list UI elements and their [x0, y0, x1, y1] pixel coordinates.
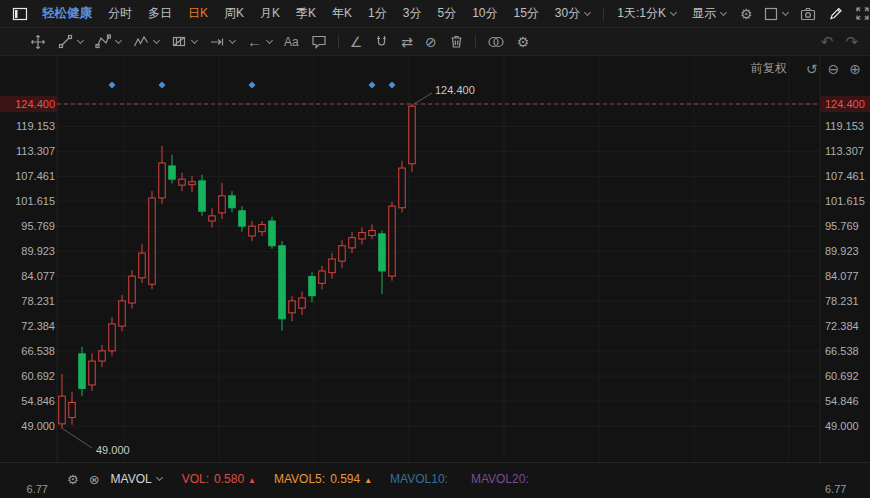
pattern-tool-icon[interactable] [165, 34, 203, 49]
tab-30分[interactable]: 30分 [547, 5, 598, 22]
measure-tool-icon[interactable] [203, 35, 241, 49]
replay-swap-icon[interactable]: ⇄ [395, 35, 419, 49]
chevron-down-icon [115, 36, 122, 43]
timeframe-tabs: 分时多日日K周K月K季K年K1分3分5分10分15分30分 [100, 5, 598, 22]
indicator-legend: ⚙ ⊗ MAVOL VOL:0.580▲MAVOL5:0.594▲MAVOL10… [0, 467, 870, 491]
magnet-tool-icon[interactable] [368, 34, 395, 49]
hide-drawings-icon[interactable]: ⊘ [419, 35, 443, 49]
price-axis-label: 60.692 [825, 368, 870, 384]
arrow-tool-icon[interactable]: ← [241, 34, 278, 49]
tab-分时[interactable]: 分时 [100, 5, 140, 22]
chevron-down-icon [266, 36, 273, 43]
price-axis-label: 113.307 [825, 143, 870, 159]
price-axis-label: 78.231 [0, 293, 55, 309]
tab-15分[interactable]: 15分 [506, 5, 547, 22]
event-marker-icon[interactable] [369, 82, 376, 89]
price-axis-label: 101.615 [0, 193, 55, 209]
high-price-annotation: 124.400 [435, 84, 475, 96]
price-axis-label: 89.923 [0, 243, 55, 259]
tab-季K[interactable]: 季K [288, 5, 324, 22]
chart-controls: 前复权 ↺ ⊖ ⊕ [751, 60, 866, 77]
tab-多日[interactable]: 多日 [140, 5, 180, 22]
zoom-out-icon[interactable]: ⊖ [823, 62, 845, 76]
settings-gear-icon[interactable]: ⚙ [734, 7, 759, 21]
zoom-in-icon[interactable]: ⊕ [844, 62, 866, 76]
drawing-settings-gear-icon[interactable]: ⚙ [511, 35, 536, 49]
comment-tool-icon[interactable] [305, 34, 333, 49]
volume-pane: ⚙ ⊗ MAVOL VOL:0.580▲MAVOL5:0.594▲MAVOL10… [0, 462, 870, 498]
price-axis-label: 66.538 [0, 343, 55, 359]
price-axis-label: 78.231 [825, 293, 870, 309]
price-axis-label: 113.307 [0, 143, 55, 159]
tab-5分[interactable]: 5分 [429, 5, 464, 22]
history-controls: ↶ ↷ [815, 34, 864, 49]
event-marker-icon[interactable] [159, 82, 166, 89]
trendline-tool-icon[interactable] [52, 34, 89, 49]
restore-view-icon[interactable]: ↺ [801, 62, 823, 76]
chevron-down-icon [191, 36, 198, 43]
display-menu[interactable]: 显示 [684, 5, 734, 22]
tab-月K[interactable]: 月K [252, 5, 288, 22]
indicator-values: VOL:0.580▲MAVOL5:0.594▲MAVOL10:MAVOL20: [164, 472, 534, 486]
indicator-item: MAVOL5:0.594▲ [274, 472, 372, 486]
candlestick-chart[interactable]: 前复权 ↺ ⊖ ⊕ 124.400 49.000 124.400124.4001… [0, 57, 870, 462]
tab-周K[interactable]: 周K [216, 5, 252, 22]
undo-icon[interactable]: ↶ [815, 34, 840, 49]
adjustment-mode-button[interactable]: 前复权 [751, 60, 787, 77]
price-axis-label: 66.538 [825, 343, 870, 359]
angle-tool-icon[interactable]: ∠ [344, 35, 369, 49]
event-marker-icon[interactable] [109, 82, 116, 89]
price-axis-label: 95.769 [0, 218, 55, 234]
chevron-down-icon [156, 474, 163, 481]
price-axis-label: 107.461 [0, 168, 55, 184]
price-axis-label: 54.846 [825, 393, 870, 409]
chevron-down-icon [584, 8, 591, 15]
indicator-item: MAVOL20: [471, 472, 534, 486]
tab-年K[interactable]: 年K [324, 5, 360, 22]
polygon-tool-icon[interactable] [89, 34, 127, 49]
overlay-circles-icon[interactable] [481, 35, 511, 49]
price-axis-label: 84.077 [0, 268, 55, 284]
price-axis-label: 124.400 [820, 96, 870, 112]
top-toolbar: 轻松健康 分时多日日K周K月K季K年K1分3分5分10分15分30分 1天:1分… [0, 0, 870, 28]
price-axis-label: 101.615 [825, 193, 870, 209]
price-axis-label: 95.769 [825, 218, 870, 234]
tab-1分[interactable]: 1分 [360, 5, 395, 22]
volume-axis-label-right: 6.77 [825, 483, 846, 495]
event-marker-icon[interactable] [249, 82, 256, 89]
low-price-annotation: 49.000 [96, 444, 130, 456]
price-axis-label: 107.461 [825, 168, 870, 184]
tab-3分[interactable]: 3分 [395, 5, 430, 22]
indicator-close-icon[interactable]: ⊗ [84, 473, 105, 486]
wave-tool-icon[interactable] [127, 34, 165, 49]
price-axis-label: 72.384 [0, 318, 55, 334]
camera-icon[interactable] [794, 6, 822, 22]
window-panel-icon[interactable] [6, 6, 34, 22]
price-axis-label: 119.153 [0, 118, 55, 134]
indicator-selector[interactable]: MAVOL [111, 472, 162, 486]
delete-drawings-icon[interactable] [443, 34, 470, 49]
chevron-down-icon [670, 8, 677, 15]
drawing-toolbar: ← Aa ∠ ⇄ ⊘ ⚙ ↶ ↷ [0, 28, 870, 56]
stock-symbol[interactable]: 轻松健康 [34, 5, 100, 22]
tab-日K[interactable]: 日K [180, 5, 216, 22]
text-tool-icon[interactable]: Aa [278, 36, 305, 48]
price-axis-label: 60.692 [0, 368, 55, 384]
fullscreen-icon[interactable] [849, 6, 870, 21]
chevron-down-icon [229, 36, 236, 43]
divider [603, 7, 604, 21]
event-marker-icon[interactable] [389, 82, 396, 89]
redo-icon[interactable]: ↷ [839, 34, 864, 49]
indicator-settings-gear-icon[interactable]: ⚙ [62, 473, 84, 486]
interval-selector[interactable]: 1天:1分K [609, 5, 684, 22]
move-tool-icon[interactable] [24, 34, 52, 50]
price-axis-label: 124.400 [0, 96, 57, 112]
chevron-down-icon [77, 36, 84, 43]
chart-plot[interactable] [0, 57, 870, 462]
pencil-edit-icon[interactable] [822, 6, 849, 21]
chart-style-button[interactable] [758, 7, 794, 21]
price-axis-label: 84.077 [825, 268, 870, 284]
chevron-down-icon [782, 8, 789, 15]
volume-axis-label-left: 6.77 [0, 483, 48, 495]
tab-10分[interactable]: 10分 [464, 5, 505, 22]
